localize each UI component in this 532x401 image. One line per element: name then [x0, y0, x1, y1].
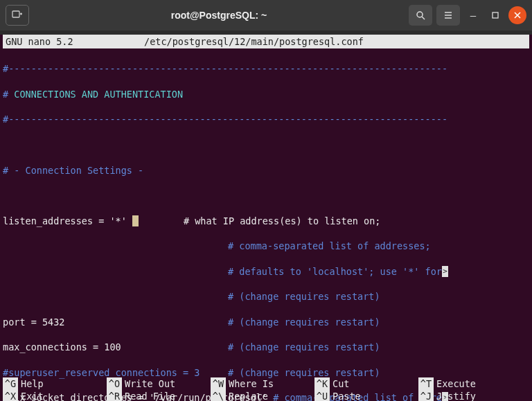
close-icon — [514, 12, 521, 19]
truncation-marker: > — [442, 266, 448, 277]
config-line: listen_addresses = '*' # what IP address… — [3, 215, 529, 227]
search-button[interactable] — [409, 5, 432, 26]
shortcut-justify[interactable]: ^JJustify — [418, 390, 522, 401]
config-line: # defaults to 'localhost'; use '*' for> — [3, 265, 529, 278]
shortcut-exit[interactable]: ^XExit — [3, 390, 107, 401]
shortcut-bar: ^GHelp ^OWrite Out ^WWhere Is ^KCut ^TEx… — [3, 377, 529, 401]
svg-point-1 — [417, 12, 423, 17]
config-line: max_connections = 100 # (change requires… — [3, 341, 529, 353]
config-line: # comma-separated list of addresses; — [3, 240, 529, 252]
svg-rect-0 — [12, 11, 19, 17]
svg-line-2 — [422, 17, 425, 19]
config-line — [3, 139, 529, 151]
shortcut-writeout[interactable]: ^OWrite Out — [107, 377, 211, 390]
terminal[interactable]: GNU nano 5.2 /etc/postgresql/12/main/pos… — [0, 35, 532, 401]
shortcut-help[interactable]: ^GHelp — [3, 377, 107, 390]
window-title: root@PostgreSQL: ~ — [33, 10, 405, 21]
shortcut-execute[interactable]: ^TExecute — [418, 377, 522, 390]
search-icon — [416, 10, 425, 20]
minimize-button[interactable]: – — [464, 6, 482, 24]
config-line — [3, 189, 529, 202]
editor-content[interactable]: #---------------------------------------… — [0, 48, 532, 401]
shortcut-readfile[interactable]: ^RRead File — [107, 390, 211, 401]
minimize-icon: – — [470, 10, 476, 21]
shortcut-cut[interactable]: ^KCut — [314, 377, 418, 390]
terminal-plus-icon — [12, 10, 23, 21]
shortcut-paste[interactable]: ^UPaste — [314, 390, 418, 401]
cursor — [132, 215, 139, 226]
svg-rect-6 — [493, 12, 498, 18]
config-line: # (change requires restart) — [3, 290, 529, 303]
nano-app-name: GNU nano 5.2 — [6, 35, 144, 48]
shortcut-whereis[interactable]: ^WWhere Is — [211, 377, 314, 390]
config-line: port = 5432 # (change requires restart) — [3, 316, 529, 328]
config-line: # - Connection Settings - — [3, 164, 529, 177]
shortcut-replace[interactable]: ^\Replace — [211, 390, 314, 401]
nano-header: GNU nano 5.2 /etc/postgresql/12/main/pos… — [3, 35, 529, 48]
titlebar: root@PostgreSQL: ~ – — [0, 0, 532, 30]
nano-file-path: /etc/postgresql/12/main/postgresql.conf — [144, 35, 526, 48]
menu-button[interactable] — [436, 5, 460, 26]
config-line: #---------------------------------------… — [3, 62, 529, 75]
config-line: # CONNECTIONS AND AUTHENTICATION — [3, 88, 529, 100]
maximize-button[interactable] — [486, 6, 504, 24]
config-line: #---------------------------------------… — [3, 113, 529, 125]
maximize-icon — [492, 12, 499, 19]
hamburger-icon — [443, 10, 453, 20]
close-button[interactable] — [508, 6, 526, 24]
new-tab-button[interactable] — [6, 5, 29, 26]
